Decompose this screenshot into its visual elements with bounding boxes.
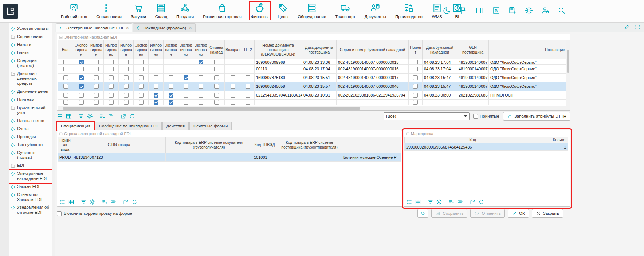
- row-checkbox[interactable]: [214, 84, 219, 89]
- row-checkbox[interactable]: [184, 67, 188, 71]
- gear-icon[interactable]: [87, 113, 93, 119]
- invoice-row[interactable]: 169080787518004.08.23 15:51002-481900014…: [58, 73, 567, 82]
- sidebar-item[interactable]: Справочники: [9, 33, 52, 41]
- row-checkbox[interactable]: [139, 75, 144, 80]
- document-tab[interactable]: Накладные (продажа)×: [133, 23, 195, 32]
- row-checkbox[interactable]: [109, 100, 114, 105]
- row-checkbox[interactable]: [231, 93, 235, 98]
- row-checkbox[interactable]: [124, 100, 129, 105]
- row-checkbox[interactable]: [184, 60, 188, 64]
- row-checkbox[interactable]: [413, 60, 418, 64]
- sidebar-item[interactable]: EDI: [9, 162, 52, 170]
- row-checkbox[interactable]: [169, 75, 173, 80]
- row-checkbox[interactable]: [169, 84, 173, 89]
- app-toolbar-item[interactable]: Транспорт: [334, 2, 357, 20]
- sidebar-item[interactable]: Электронные накладные EDI: [9, 170, 52, 183]
- v-scrollbar-thumb[interactable]: [567, 50, 569, 73]
- row-checkbox[interactable]: [63, 100, 68, 105]
- column-header[interactable]: GLN поставщика: [457, 40, 489, 59]
- row-checkbox[interactable]: [199, 93, 203, 98]
- app-toolbar-item[interactable]: WMS: [430, 2, 444, 20]
- status-filter-select[interactable]: (Все): [384, 112, 470, 120]
- detail-tab[interactable]: Печатные формы: [189, 122, 232, 130]
- list-plus-icon[interactable]: [102, 199, 108, 205]
- row-checkbox[interactable]: [154, 100, 158, 105]
- row-checkbox[interactable]: [246, 75, 250, 80]
- list-reorder-icon[interactable]: [457, 199, 463, 205]
- column-header[interactable]: Кол-во: [541, 137, 568, 143]
- row-checkbox[interactable]: [169, 93, 173, 98]
- row-checkbox[interactable]: [79, 84, 84, 89]
- sidebar-item[interactable]: Движение денег: [9, 88, 52, 96]
- row-checkbox[interactable]: [169, 100, 173, 105]
- row-checkbox[interactable]: [214, 67, 219, 71]
- edit-icon[interactable]: [624, 24, 630, 30]
- sidebar-item[interactable]: Условия оплаты: [9, 25, 52, 33]
- detail-tab[interactable]: Сообщение по накладной EDI: [95, 122, 162, 130]
- row-checkbox[interactable]: [214, 93, 219, 98]
- row-checkbox[interactable]: [94, 75, 99, 80]
- close-button[interactable]: Закрыть: [532, 209, 563, 218]
- feedback-icon[interactable]: [508, 6, 517, 15]
- detail-tab[interactable]: Действия: [162, 122, 189, 130]
- grid-icon[interactable]: [415, 199, 421, 205]
- column-header[interactable]: Импортирован: [89, 40, 104, 59]
- column-header[interactable]: Экспортировано: [134, 40, 149, 59]
- column-header[interactable]: Экспортирован: [164, 40, 178, 59]
- list-reorder-icon[interactable]: [108, 113, 114, 119]
- row-checkbox[interactable]: [109, 84, 114, 89]
- app-toolbar-item[interactable]: Оборудование: [296, 2, 327, 20]
- sidebar-item[interactable]: Платежи: [9, 96, 52, 104]
- row-checkbox[interactable]: [184, 75, 188, 80]
- row-checkbox[interactable]: [199, 67, 203, 71]
- app-toolbar-item[interactable]: Документы: [363, 2, 388, 20]
- column-header[interactable]: Принят: [409, 40, 423, 59]
- column-header[interactable]: Признак вида: [58, 137, 72, 153]
- invoice-row[interactable]: 169080700996804.08.23 13:36002-481900014…: [58, 59, 567, 65]
- filter-icon[interactable]: [80, 199, 87, 205]
- row-checkbox[interactable]: [63, 84, 68, 89]
- row-checkbox[interactable]: [231, 67, 235, 71]
- column-header[interactable]: Вкл.: [58, 40, 74, 59]
- filter-icon[interactable]: [78, 113, 84, 119]
- row-checkbox[interactable]: [184, 93, 188, 98]
- row-checkbox[interactable]: [214, 75, 219, 80]
- list-plus-icon[interactable]: [99, 113, 105, 119]
- row-checkbox[interactable]: [79, 75, 84, 80]
- row-checkbox[interactable]: [124, 60, 129, 64]
- detail-tab[interactable]: Спецификация: [57, 122, 94, 130]
- tab-close-icon[interactable]: ×: [189, 25, 192, 30]
- document-tab[interactable]: Электронные накладные EDI×: [56, 23, 132, 32]
- cancel-button[interactable]: Отменить: [470, 209, 505, 218]
- row-checkbox[interactable]: [109, 93, 114, 98]
- row-checkbox[interactable]: [214, 100, 219, 105]
- tab-close-icon[interactable]: ×: [126, 25, 129, 30]
- row-checkbox[interactable]: [231, 60, 235, 64]
- settings-icon[interactable]: [525, 6, 533, 15]
- row-checkbox[interactable]: [184, 100, 188, 105]
- row-checkbox[interactable]: [199, 100, 203, 105]
- list-reorder-icon[interactable]: [110, 199, 117, 205]
- row-checkbox[interactable]: [139, 93, 144, 98]
- row-checkbox[interactable]: [246, 60, 250, 64]
- row-checkbox[interactable]: [413, 75, 418, 80]
- open-in-new-icon[interactable]: [120, 113, 126, 119]
- row-checkbox[interactable]: [231, 100, 235, 105]
- sidebar-item[interactable]: Проводки: [9, 133, 52, 141]
- column-header[interactable]: Экспортировано: [193, 40, 208, 59]
- open-in-new-icon[interactable]: [470, 199, 476, 205]
- correction-checkbox[interactable]: [57, 211, 62, 216]
- column-header[interactable]: Отмена наклад: [208, 40, 225, 59]
- row-checkbox[interactable]: [139, 84, 144, 89]
- row-checkbox[interactable]: [199, 75, 203, 80]
- app-toolbar-item[interactable]: Склад: [154, 2, 169, 20]
- night-mode-icon[interactable]: [443, 6, 451, 15]
- invoice-row[interactable]: 169080824505804.08.23 15:57002-481900014…: [58, 82, 567, 91]
- sidebar-item[interactable]: Тип субконто: [9, 141, 52, 149]
- row-checkbox[interactable]: [79, 67, 84, 71]
- row-checkbox[interactable]: [214, 60, 219, 64]
- spec-row[interactable]: PROD4813834007123101001Ботинки мужские О…: [58, 153, 402, 162]
- row-checkbox[interactable]: [63, 93, 68, 98]
- layout-icon[interactable]: [475, 6, 484, 15]
- row-checkbox[interactable]: [154, 60, 158, 64]
